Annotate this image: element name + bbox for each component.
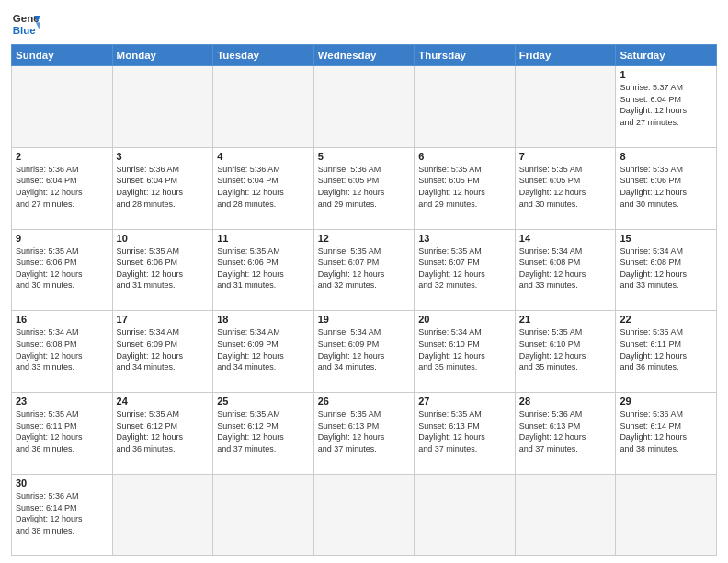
- calendar-cell: 24Sunrise: 5:35 AMSunset: 6:12 PMDayligh…: [112, 393, 213, 475]
- calendar-cell: 25Sunrise: 5:35 AMSunset: 6:12 PMDayligh…: [213, 393, 314, 475]
- calendar-cell: [313, 474, 415, 555]
- calendar-cell: 6Sunrise: 5:35 AMSunset: 6:05 PMDaylight…: [415, 147, 516, 229]
- calendar-cell: 21Sunrise: 5:35 AMSunset: 6:10 PMDayligh…: [515, 311, 616, 393]
- day-info: Sunrise: 5:35 AMSunset: 6:12 PMDaylight:…: [217, 408, 310, 454]
- day-number: 23: [16, 396, 108, 407]
- calendar-cell: [12, 66, 113, 148]
- calendar-cell: 23Sunrise: 5:35 AMSunset: 6:11 PMDayligh…: [12, 393, 113, 475]
- day-number: 1: [620, 69, 712, 80]
- week-row-6: 30Sunrise: 5:36 AMSunset: 6:14 PMDayligh…: [12, 474, 717, 555]
- day-info: Sunrise: 5:35 AMSunset: 6:05 PMDaylight:…: [418, 164, 511, 210]
- calendar-cell: 19Sunrise: 5:34 AMSunset: 6:09 PMDayligh…: [313, 311, 415, 393]
- day-number: 22: [620, 314, 712, 325]
- day-number: 17: [117, 314, 210, 325]
- calendar-cell: 28Sunrise: 5:36 AMSunset: 6:13 PMDayligh…: [515, 393, 616, 475]
- day-number: 30: [16, 477, 108, 488]
- logo: General Blue: [11, 9, 40, 39]
- day-info: Sunrise: 5:34 AMSunset: 6:09 PMDaylight:…: [217, 327, 310, 373]
- day-info: Sunrise: 5:35 AMSunset: 6:12 PMDaylight:…: [117, 408, 210, 454]
- day-number: 14: [519, 233, 612, 244]
- day-number: 2: [16, 151, 108, 162]
- day-info: Sunrise: 5:36 AMSunset: 6:14 PMDaylight:…: [620, 408, 712, 454]
- calendar-cell: 18Sunrise: 5:34 AMSunset: 6:09 PMDayligh…: [213, 311, 314, 393]
- day-header-friday: Friday: [515, 45, 616, 66]
- day-info: Sunrise: 5:36 AMSunset: 6:05 PMDaylight:…: [318, 164, 411, 210]
- day-number: 9: [16, 233, 108, 244]
- day-number: 21: [519, 314, 612, 325]
- day-number: 5: [318, 151, 411, 162]
- day-number: 12: [318, 233, 411, 244]
- day-info: Sunrise: 5:34 AMSunset: 6:09 PMDaylight:…: [318, 327, 411, 373]
- calendar-cell: 1Sunrise: 5:37 AMSunset: 6:04 PMDaylight…: [616, 66, 717, 148]
- calendar-cell: 11Sunrise: 5:35 AMSunset: 6:06 PMDayligh…: [213, 229, 314, 311]
- page: General Blue SundayMondayTuesdayWednesda…: [0, 0, 728, 563]
- calendar-cell: [213, 474, 314, 555]
- day-info: Sunrise: 5:35 AMSunset: 6:13 PMDaylight:…: [318, 408, 411, 454]
- calendar-cell: 13Sunrise: 5:35 AMSunset: 6:07 PMDayligh…: [415, 229, 516, 311]
- logo-icon: General Blue: [11, 9, 40, 39]
- calendar-cell: [515, 474, 616, 555]
- week-row-3: 9Sunrise: 5:35 AMSunset: 6:06 PMDaylight…: [12, 229, 717, 311]
- calendar-cell: 15Sunrise: 5:34 AMSunset: 6:08 PMDayligh…: [616, 229, 717, 311]
- day-header-saturday: Saturday: [616, 45, 717, 66]
- calendar-cell: [616, 474, 717, 555]
- day-number: 26: [318, 396, 411, 407]
- day-number: 20: [418, 314, 511, 325]
- day-info: Sunrise: 5:35 AMSunset: 6:06 PMDaylight:…: [16, 246, 108, 292]
- day-info: Sunrise: 5:36 AMSunset: 6:13 PMDaylight:…: [519, 408, 612, 454]
- calendar-cell: [415, 474, 516, 555]
- day-header-tuesday: Tuesday: [213, 45, 314, 66]
- calendar-cell: 12Sunrise: 5:35 AMSunset: 6:07 PMDayligh…: [313, 229, 415, 311]
- day-info: Sunrise: 5:35 AMSunset: 6:07 PMDaylight:…: [318, 246, 411, 292]
- svg-marker-3: [36, 22, 40, 29]
- day-number: 27: [418, 396, 511, 407]
- day-header-wednesday: Wednesday: [313, 45, 415, 66]
- calendar-cell: 27Sunrise: 5:35 AMSunset: 6:13 PMDayligh…: [415, 393, 516, 475]
- day-header-sunday: Sunday: [12, 45, 113, 66]
- calendar-cell: 3Sunrise: 5:36 AMSunset: 6:04 PMDaylight…: [112, 147, 213, 229]
- day-header-monday: Monday: [112, 45, 213, 66]
- calendar-cell: 10Sunrise: 5:35 AMSunset: 6:06 PMDayligh…: [112, 229, 213, 311]
- header: General Blue: [11, 9, 717, 39]
- calendar-cell: 4Sunrise: 5:36 AMSunset: 6:04 PMDaylight…: [213, 147, 314, 229]
- day-info: Sunrise: 5:34 AMSunset: 6:09 PMDaylight:…: [117, 327, 210, 373]
- calendar-cell: 2Sunrise: 5:36 AMSunset: 6:04 PMDaylight…: [12, 147, 113, 229]
- calendar-header-row: SundayMondayTuesdayWednesdayThursdayFrid…: [12, 45, 717, 66]
- day-info: Sunrise: 5:35 AMSunset: 6:10 PMDaylight:…: [519, 327, 612, 373]
- day-number: 3: [117, 151, 210, 162]
- calendar-cell: [213, 66, 314, 148]
- day-number: 16: [16, 314, 108, 325]
- calendar-cell: 5Sunrise: 5:36 AMSunset: 6:05 PMDaylight…: [313, 147, 415, 229]
- calendar-cell: 7Sunrise: 5:35 AMSunset: 6:05 PMDaylight…: [515, 147, 616, 229]
- calendar-cell: [515, 66, 616, 148]
- calendar-cell: 20Sunrise: 5:34 AMSunset: 6:10 PMDayligh…: [415, 311, 516, 393]
- day-info: Sunrise: 5:35 AMSunset: 6:06 PMDaylight:…: [620, 164, 712, 210]
- day-info: Sunrise: 5:35 AMSunset: 6:13 PMDaylight:…: [418, 408, 511, 454]
- week-row-2: 2Sunrise: 5:36 AMSunset: 6:04 PMDaylight…: [12, 147, 717, 229]
- calendar-cell: 29Sunrise: 5:36 AMSunset: 6:14 PMDayligh…: [616, 393, 717, 475]
- week-row-4: 16Sunrise: 5:34 AMSunset: 6:08 PMDayligh…: [12, 311, 717, 393]
- day-info: Sunrise: 5:34 AMSunset: 6:08 PMDaylight:…: [519, 246, 612, 292]
- calendar-cell: 8Sunrise: 5:35 AMSunset: 6:06 PMDaylight…: [616, 147, 717, 229]
- day-info: Sunrise: 5:37 AMSunset: 6:04 PMDaylight:…: [620, 82, 712, 128]
- calendar-cell: 30Sunrise: 5:36 AMSunset: 6:14 PMDayligh…: [12, 474, 113, 555]
- week-row-1: 1Sunrise: 5:37 AMSunset: 6:04 PMDaylight…: [12, 66, 717, 148]
- svg-text:Blue: Blue: [13, 25, 37, 36]
- calendar-cell: [112, 474, 213, 555]
- day-number: 10: [117, 233, 210, 244]
- day-info: Sunrise: 5:35 AMSunset: 6:11 PMDaylight:…: [620, 327, 712, 373]
- calendar-cell: 14Sunrise: 5:34 AMSunset: 6:08 PMDayligh…: [515, 229, 616, 311]
- day-info: Sunrise: 5:35 AMSunset: 6:11 PMDaylight:…: [16, 408, 108, 454]
- day-number: 11: [217, 233, 310, 244]
- day-info: Sunrise: 5:34 AMSunset: 6:08 PMDaylight:…: [620, 246, 712, 292]
- day-info: Sunrise: 5:34 AMSunset: 6:10 PMDaylight:…: [418, 327, 511, 373]
- week-row-5: 23Sunrise: 5:35 AMSunset: 6:11 PMDayligh…: [12, 393, 717, 475]
- calendar-table: SundayMondayTuesdayWednesdayThursdayFrid…: [11, 44, 717, 556]
- day-info: Sunrise: 5:35 AMSunset: 6:06 PMDaylight:…: [217, 246, 310, 292]
- day-number: 28: [519, 396, 612, 407]
- calendar-cell: [313, 66, 415, 148]
- day-info: Sunrise: 5:35 AMSunset: 6:07 PMDaylight:…: [418, 246, 511, 292]
- day-number: 25: [217, 396, 310, 407]
- day-number: 7: [519, 151, 612, 162]
- day-info: Sunrise: 5:35 AMSunset: 6:06 PMDaylight:…: [117, 246, 210, 292]
